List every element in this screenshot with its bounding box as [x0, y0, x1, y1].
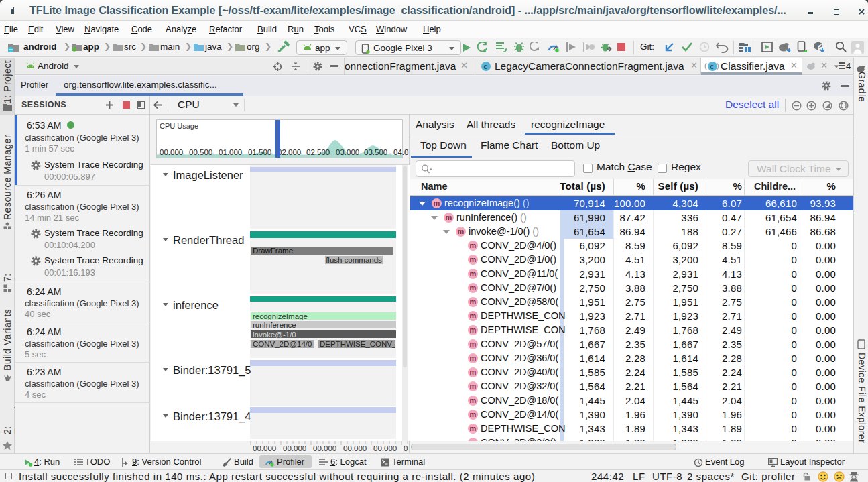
svg-text:A: A	[483, 48, 487, 53]
